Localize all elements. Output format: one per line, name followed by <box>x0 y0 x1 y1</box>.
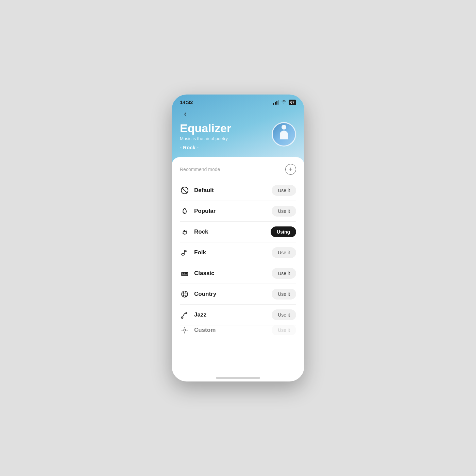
rock-icon <box>180 227 189 237</box>
mode-name-country: Country <box>194 291 216 298</box>
battery-icon: 67 <box>289 100 296 105</box>
status-time: 14:32 <box>180 99 193 105</box>
svg-rect-14 <box>185 272 186 274</box>
status-icons: 67 <box>273 100 296 105</box>
mode-left: Jazz <box>180 310 206 320</box>
custom-icon <box>180 325 189 335</box>
mode-item-custom: Custom Use it <box>180 325 296 335</box>
mode-item-folk: Folk Use it <box>180 242 296 263</box>
using-button-rock[interactable]: Using <box>271 226 296 237</box>
mode-item-classic: Classic Use it <box>180 263 296 284</box>
mode-left: Rock <box>180 227 208 237</box>
svg-point-4 <box>182 253 184 255</box>
plus-icon: + <box>289 166 293 172</box>
svg-rect-15 <box>186 272 187 274</box>
page-title: Equalizer <box>180 122 231 135</box>
mode-item-default: Default Use it <box>180 180 296 201</box>
mode-name-popular: Popular <box>194 208 216 215</box>
use-it-button-folk[interactable]: Use it <box>272 247 296 258</box>
use-it-button-custom[interactable]: Use it <box>272 325 296 335</box>
avatar <box>272 122 296 147</box>
recommend-header: Recommend mode + <box>172 164 304 180</box>
avatar-figure <box>278 125 290 144</box>
jazz-icon <box>180 310 189 320</box>
mode-name-folk: Folk <box>194 249 206 256</box>
svg-point-17 <box>183 291 186 297</box>
phone-frame: 14:32 67 ‹ <box>172 95 304 381</box>
folk-icon <box>180 248 189 257</box>
mode-list: Default Use it Popular Use it <box>172 180 304 335</box>
mode-item-popular: Popular Use it <box>180 201 296 222</box>
page-subtitle: Music is the air of poetry <box>180 136 231 141</box>
mode-item-rock: Rock Using <box>180 222 296 242</box>
use-it-button-country[interactable]: Use it <box>272 289 296 300</box>
classic-icon <box>180 269 189 278</box>
mode-left: Custom <box>180 325 216 335</box>
avatar-body <box>280 131 288 139</box>
mode-left: Country <box>180 289 216 299</box>
country-icon <box>180 289 189 299</box>
popular-icon <box>180 206 189 216</box>
header-content: ‹ Equalizer Music is the air of poetry -… <box>172 108 304 150</box>
use-it-button-jazz[interactable]: Use it <box>272 309 296 320</box>
mode-left: Folk <box>180 248 206 257</box>
current-mode-label: - Rock - <box>180 144 231 150</box>
mode-name-classic: Classic <box>194 270 215 277</box>
use-it-button-default[interactable]: Use it <box>272 185 296 196</box>
avatar-head <box>282 125 286 130</box>
svg-line-1 <box>182 188 187 193</box>
svg-point-16 <box>182 291 188 297</box>
signal-icon <box>273 100 279 105</box>
mode-left: Popular <box>180 206 216 216</box>
svg-rect-13 <box>183 272 184 274</box>
mode-item-country: Country Use it <box>180 284 296 305</box>
mode-name-custom: Custom <box>194 327 216 334</box>
add-mode-button[interactable]: + <box>285 164 296 175</box>
mode-name-default: Default <box>194 187 214 194</box>
title-section: Equalizer Music is the air of poetry - R… <box>180 122 231 150</box>
back-icon: ‹ <box>184 109 186 118</box>
mode-name-jazz: Jazz <box>194 311 206 318</box>
home-indicator <box>216 377 260 379</box>
svg-point-20 <box>182 317 183 319</box>
use-it-button-popular[interactable]: Use it <box>272 206 296 217</box>
mode-name-rock: Rock <box>194 228 208 235</box>
recommend-label: Recommend mode <box>180 167 220 172</box>
status-bar: 14:32 67 <box>172 95 304 105</box>
svg-point-22 <box>184 329 186 331</box>
use-it-button-classic[interactable]: Use it <box>272 268 296 279</box>
wifi-icon <box>281 100 287 105</box>
mode-left: Default <box>180 186 214 195</box>
mode-left: Classic <box>180 269 215 278</box>
mode-item-jazz: Jazz Use it <box>180 305 296 325</box>
back-button[interactable]: ‹ <box>180 108 191 119</box>
default-icon <box>180 186 189 195</box>
title-row: Equalizer Music is the air of poetry - R… <box>180 122 296 150</box>
main-card: Recommend mode + Default Use it <box>172 157 304 341</box>
